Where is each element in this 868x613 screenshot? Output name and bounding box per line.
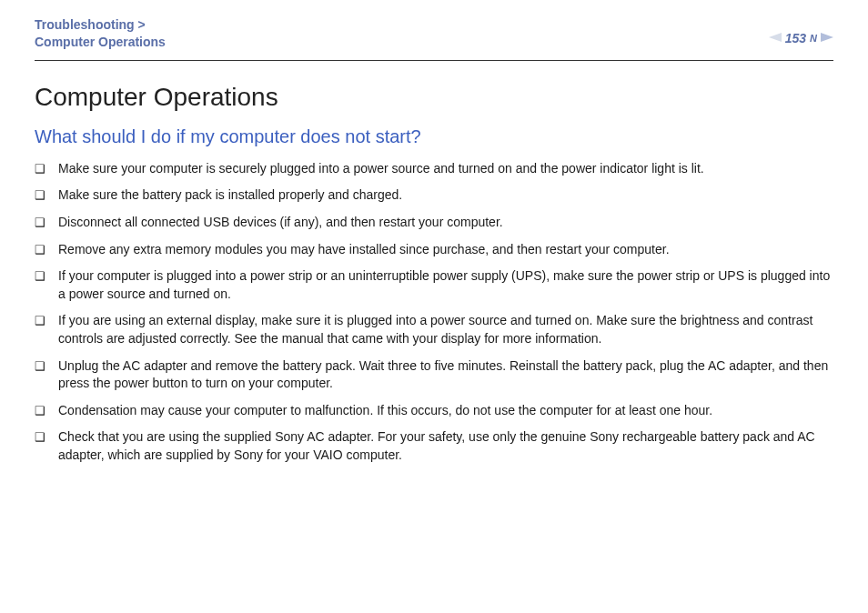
bullet-text: Make sure the battery pack is installed … xyxy=(58,186,833,205)
bullet-icon: ❑ xyxy=(35,161,45,177)
page-n-marker: N xyxy=(810,33,817,44)
list-item: ❑ Unplug the AC adapter and remove the b… xyxy=(35,357,833,393)
nav-next-icon[interactable] xyxy=(821,32,833,45)
bullet-icon: ❑ xyxy=(35,313,45,329)
bullet-icon: ❑ xyxy=(35,429,45,446)
list-item: ❑ Make sure the battery pack is installe… xyxy=(35,186,833,205)
list-item: ❑ If your computer is plugged into a pow… xyxy=(35,267,833,303)
list-item: ❑ Make sure your computer is securely pl… xyxy=(35,160,833,178)
list-item: ❑ If you are using an external display, … xyxy=(35,312,833,347)
main-content: Computer Operations What should I do if … xyxy=(0,61,868,465)
bullet-text: Disconnect all connected USB devices (if… xyxy=(58,214,833,232)
list-item: ❑ Condensation may cause your computer t… xyxy=(35,402,833,420)
bullet-text: Make sure your computer is securely plug… xyxy=(58,160,833,178)
bullet-text: If you are using an external display, ma… xyxy=(58,312,833,347)
bullet-icon: ❑ xyxy=(35,215,45,231)
breadcrumb-line-2[interactable]: Computer Operations xyxy=(35,34,166,51)
breadcrumb: Troubleshooting > Computer Operations xyxy=(35,16,166,51)
nav-prev-icon[interactable] xyxy=(769,32,782,45)
bullet-icon: ❑ xyxy=(35,358,45,375)
page-number: 153 xyxy=(785,31,806,45)
bullet-text: Check that you are using the supplied So… xyxy=(58,428,833,464)
bullet-text: Unplug the AC adapter and remove the bat… xyxy=(58,357,833,393)
question-heading: What should I do if my computer does not… xyxy=(35,126,833,147)
page-header: Troubleshooting > Computer Operations 15… xyxy=(0,0,868,60)
bullet-icon: ❑ xyxy=(35,187,45,204)
list-item: ❑ Remove any extra memory modules you ma… xyxy=(35,241,833,259)
page-title: Computer Operations xyxy=(35,83,833,112)
svg-marker-1 xyxy=(821,33,833,42)
svg-marker-0 xyxy=(769,33,782,42)
bullet-icon: ❑ xyxy=(35,242,45,258)
bullet-icon: ❑ xyxy=(35,403,45,419)
bullet-text: If your computer is plugged into a power… xyxy=(58,267,833,303)
bullet-icon: ❑ xyxy=(35,268,45,285)
page-nav: 153 N xyxy=(769,31,833,45)
breadcrumb-line-1[interactable]: Troubleshooting > xyxy=(35,16,166,34)
bullet-text: Condensation may cause your computer to … xyxy=(58,402,833,420)
list-item: ❑ Disconnect all connected USB devices (… xyxy=(35,214,833,232)
bullet-text: Remove any extra memory modules you may … xyxy=(58,241,833,259)
bullet-list: ❑ Make sure your computer is securely pl… xyxy=(35,160,833,465)
list-item: ❑ Check that you are using the supplied … xyxy=(35,428,833,464)
